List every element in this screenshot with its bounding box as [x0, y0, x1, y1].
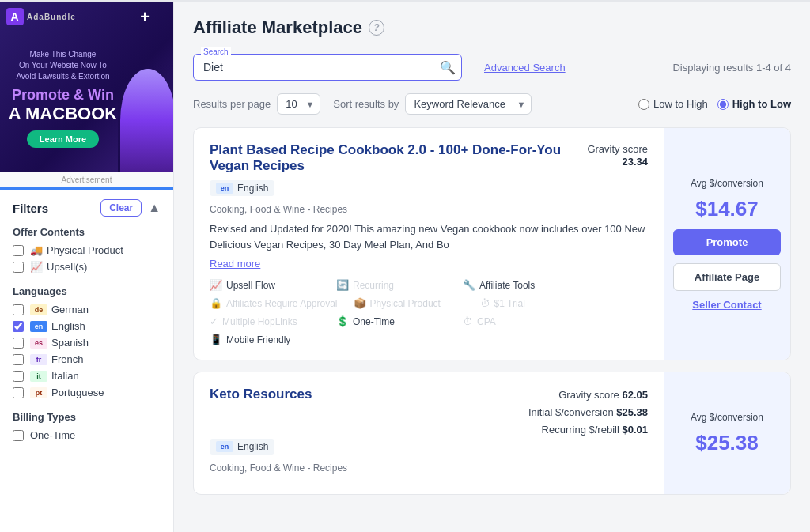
ad-plus-icon: +: [140, 8, 150, 26]
language-tag: en English: [210, 180, 274, 196]
keto-gravity-col: Gravity score 62.05 Initial $/conversion…: [528, 387, 648, 439]
ad-learn-more-button[interactable]: Learn More: [27, 130, 99, 148]
features-row: 📈 Upsell Flow 🔄 Recurring 🔧 Affiliate To…: [210, 279, 648, 345]
german-label[interactable]: de German: [30, 304, 89, 315]
help-icon[interactable]: ?: [369, 20, 384, 36]
feature-physical-product: 📦 Physical Product: [354, 297, 464, 309]
physical-product-checkbox[interactable]: [13, 245, 24, 256]
filter-header: Filters Clear ▲: [13, 199, 161, 217]
high-to-low-option[interactable]: High to Low: [717, 98, 791, 110]
card-body-plant-based: Plant Based Recipe Cookbook 2.0 - 100+ D…: [194, 128, 664, 360]
filters-title: Filters: [13, 202, 48, 215]
keto-product-title: Keto Resources: [210, 387, 312, 402]
gravity-value: 23.34: [622, 156, 648, 168]
ad-promo-text: Promote & Win: [9, 87, 117, 104]
upsell-icon: 📈: [30, 261, 43, 273]
card-sidebar-keto: Avg $/conversion $25.38: [664, 372, 790, 494]
low-to-high-label: Low to High: [653, 98, 708, 110]
truck-icon: 🚚: [30, 244, 43, 256]
one-time-icon: 💲: [336, 315, 349, 327]
keto-initial: Initial $/conversion $25.38: [528, 404, 648, 421]
product-card-keto: Keto Resources Gravity score 62.05 Initi…: [193, 372, 791, 495]
search-input[interactable]: [193, 54, 462, 81]
seller-contact-button[interactable]: Seller Contact: [692, 299, 761, 311]
fr-badge: fr: [30, 354, 47, 365]
pt-badge: pt: [30, 387, 47, 398]
keto-gravity: Gravity score 62.05: [528, 387, 648, 404]
ad-person-image: [120, 69, 174, 172]
sort-label: Sort results by: [333, 98, 399, 110]
lang-badge: en: [216, 183, 233, 194]
de-badge: de: [30, 304, 47, 315]
feature-affiliates-require-approval: 🔒 Affiliates Require Approval: [210, 297, 338, 309]
sort-group: Sort results by Keyword Relevance Gravit…: [333, 93, 532, 115]
billing-types-title: Billing Types: [13, 411, 161, 423]
results-per-page-select[interactable]: 10 20 50: [277, 93, 320, 115]
es-badge: es: [30, 338, 47, 349]
main-content: Affiliate Marketplace ? Search 🔍 Advance…: [174, 2, 810, 532]
spanish-label[interactable]: es Spanish: [30, 337, 89, 349]
product-description: Revised and Updated for 2020! This amazi…: [210, 221, 648, 252]
feature-cpa: ⏱ CPA: [463, 315, 573, 327]
upsell-flow-icon: 📈: [210, 279, 222, 291]
search-button[interactable]: 🔍: [440, 60, 456, 75]
gravity-col: Gravity score 23.34: [575, 142, 648, 168]
low-to-high-radio[interactable]: [638, 99, 649, 110]
spanish-checkbox[interactable]: [13, 338, 24, 349]
ad-logo: A AdaBundle: [6, 8, 76, 25]
french-checkbox[interactable]: [13, 354, 24, 365]
physical-product-label[interactable]: 🚚 Physical Product: [30, 244, 123, 256]
avg-conversion-value: $14.67: [695, 197, 759, 221]
sort-direction-group: Low to High High to Low: [638, 98, 791, 110]
languages-title: Languages: [13, 285, 161, 297]
portuguese-checkbox[interactable]: [13, 387, 24, 398]
feature-recurring: 🔄 Recurring: [336, 279, 447, 291]
sort-select-wrap: Keyword Relevance Gravity Avg $/conversi…: [405, 93, 532, 115]
ad-banner[interactable]: A AdaBundle + Make This ChangeOn Your We…: [0, 2, 173, 172]
collapse-filters-button[interactable]: ▲: [148, 201, 161, 215]
upsells-label[interactable]: 📈 Upsell(s): [30, 261, 87, 273]
affiliate-page-button[interactable]: Affiliate Page: [673, 263, 781, 291]
billing-types-section: Billing Types One-Time: [13, 411, 161, 441]
french-label[interactable]: fr French: [30, 353, 83, 365]
advanced-search-link[interactable]: Advanced Search: [484, 62, 566, 74]
product-card-plant-based: Plant Based Recipe Cookbook 2.0 - 100+ D…: [193, 127, 791, 360]
low-to-high-option[interactable]: Low to High: [638, 98, 708, 110]
keto-avg-value: $25.38: [695, 431, 759, 455]
english-label[interactable]: en English: [30, 320, 85, 332]
read-more-link[interactable]: Read more: [210, 258, 260, 270]
feature-multiple-hoplinks: ✓ Multiple HopLinks: [210, 315, 320, 327]
sort-select[interactable]: Keyword Relevance Gravity Avg $/conversi…: [405, 93, 532, 115]
cpa-icon: ⏱: [463, 315, 473, 327]
german-checkbox[interactable]: [13, 304, 24, 315]
keto-title-row: Keto Resources Gravity score 62.05 Initi…: [210, 387, 648, 439]
promote-button[interactable]: Promote: [673, 229, 781, 255]
ad-macbook-text: A MACBOOK: [9, 104, 117, 124]
feature-1-dollar-trial: ⏱ $1 Trial: [480, 297, 591, 309]
keto-lang-label: English: [237, 441, 268, 452]
title-row: Plant Based Recipe Cookbook 2.0 - 100+ D…: [210, 142, 648, 180]
one-time-checkbox[interactable]: [13, 430, 24, 441]
gravity-label: Gravity score: [587, 143, 648, 155]
keto-lang-badge: en: [216, 441, 233, 452]
italian-checkbox[interactable]: [13, 371, 24, 382]
upsells-checkbox[interactable]: [13, 262, 24, 273]
portuguese-label[interactable]: pt Portuguese: [30, 387, 104, 398]
mobile-icon: 📱: [210, 334, 222, 345]
clear-filters-button[interactable]: Clear: [100, 199, 142, 217]
lock-icon: 🔒: [210, 297, 222, 309]
category-tag: Cooking, Food & Wine - Recipes: [210, 204, 648, 215]
one-time-label[interactable]: One-Time: [30, 429, 75, 441]
italian-label[interactable]: it Italian: [30, 370, 79, 382]
search-box: Search 🔍: [193, 54, 462, 81]
english-checkbox[interactable]: [13, 321, 24, 332]
card-body-keto: Keto Resources Gravity score 62.05 Initi…: [194, 372, 664, 494]
filter-spanish: es Spanish: [13, 337, 161, 349]
sidebar-filters: Filters Clear ▲ Offer Contents 🚚 Physica…: [0, 190, 173, 532]
high-to-low-radio[interactable]: [717, 99, 729, 110]
hoplinks-icon: ✓: [210, 315, 218, 327]
filter-one-time: One-Time: [13, 429, 161, 441]
results-per-page-group: Results per page 10 20 50 ▼: [193, 93, 320, 115]
page-title: Affiliate Marketplace: [193, 17, 362, 38]
page-header: Affiliate Marketplace ?: [193, 17, 791, 38]
